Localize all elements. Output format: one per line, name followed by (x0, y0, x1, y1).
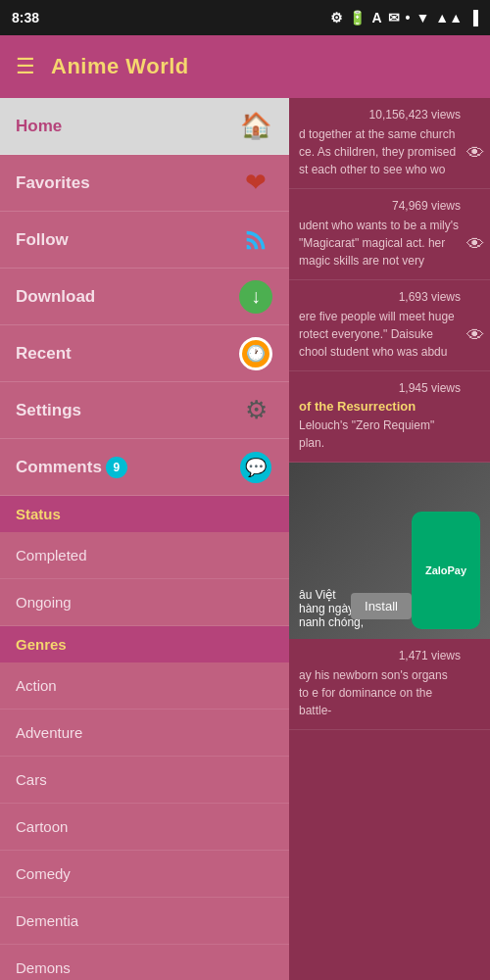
comment-icon: 💬 (238, 450, 273, 485)
install-button[interactable]: Install (351, 593, 412, 619)
eye-icon-1: 👁 (466, 234, 484, 255)
main-content: Home 🏠 Favorites ❤ Follow Download ↓ (0, 98, 490, 980)
desc-1: udent who wants to be a mily's "Magicara… (299, 217, 461, 270)
desc-0: d together at the same church ce. As chi… (299, 125, 461, 178)
sidebar-item-settings[interactable]: Settings ⚙ (0, 382, 289, 439)
follow-label: Follow (16, 230, 69, 250)
menu-button[interactable]: ☰ (16, 54, 35, 79)
cars-label: Cars (16, 771, 47, 788)
content-item-1[interactable]: 74,969 views udent who wants to be a mil… (289, 189, 490, 280)
content-item-3[interactable]: 1,945 views of the Resurrection Lelouch'… (289, 371, 490, 463)
cartoon-label: Cartoon (16, 818, 68, 835)
status-time-area: 8:38 (12, 10, 39, 25)
download-label: Download (16, 287, 95, 307)
sidebar-item-follow[interactable]: Follow (0, 212, 289, 269)
heart-icon: ❤ (238, 166, 273, 201)
sidebar-item-recent[interactable]: Recent 🕐 (0, 325, 289, 382)
status-icons-area: ⚙ 🔋 A ✉ • ▼ ▲▲ ▐ (330, 10, 478, 25)
dot-icon: • (406, 10, 411, 25)
status-bar: 8:38 ⚙ 🔋 A ✉ • ▼ ▲▲ ▐ (0, 0, 490, 35)
comments-label-area: Comments 9 (16, 457, 131, 478)
time-display: 8:38 (12, 10, 39, 25)
settings-label: Settings (16, 401, 81, 420)
demons-label: Demons (16, 959, 71, 976)
sim-icon: A (371, 10, 381, 25)
sidebar-item-download[interactable]: Download ↓ (0, 269, 289, 325)
settings-icon: ⚙ (330, 10, 343, 25)
comedy-label: Comedy (16, 865, 71, 882)
ad-block: âu Việt hàng ngày, nanh chóng, ZaloPay I… (289, 463, 490, 639)
content-item-0[interactable]: 10,156,423 views d together at the same … (289, 98, 490, 189)
genre-demons[interactable]: Demons (0, 945, 289, 980)
desc-3: Lelouch's "Zero Requiem" plan. (299, 416, 461, 452)
genre-action[interactable]: Action (0, 662, 289, 710)
eye-icon-2: 👁 (466, 325, 484, 346)
genre-cars[interactable]: Cars (0, 757, 289, 804)
content-item-2[interactable]: 1,693 views ere five people will meet hu… (289, 280, 490, 371)
adventure-label: Adventure (16, 724, 82, 741)
views-0: 10,156,423 views (299, 108, 461, 122)
app-bar: ☰ Anime World (0, 35, 490, 98)
email-icon: ✉ (388, 10, 400, 25)
recent-label: Recent (16, 344, 72, 364)
right-content: 10,156,423 views d together at the same … (289, 98, 490, 980)
genre-dementia[interactable]: Dementia (0, 898, 289, 945)
status-completed[interactable]: Completed (0, 532, 289, 579)
completed-label: Completed (16, 547, 87, 564)
genre-cartoon[interactable]: Cartoon (0, 804, 289, 851)
wifi-icon: ▼ (416, 10, 430, 25)
ad-app-name: ZaloPay (425, 564, 466, 577)
home-label: Home (16, 117, 62, 136)
desc-2: ere five people will meet huge rotect ev… (299, 308, 461, 361)
sidebar-item-favorites[interactable]: Favorites ❤ (0, 155, 289, 212)
views-1: 74,969 views (299, 199, 461, 213)
views-below-ad: 1,471 views (299, 649, 461, 662)
rss-icon (238, 222, 273, 258)
sidebar-item-comments[interactable]: Comments 9 💬 (0, 439, 289, 496)
house-icon: 🏠 (238, 109, 273, 144)
sidebar-item-home[interactable]: Home 🏠 (0, 98, 289, 155)
dementia-label: Dementia (16, 912, 78, 929)
favorites-label: Favorites (16, 173, 90, 193)
status-ongoing[interactable]: Ongoing (0, 579, 289, 626)
genre-comedy[interactable]: Comedy (0, 851, 289, 898)
comments-badge: 9 (106, 457, 127, 478)
eye-icon-0: 👁 (466, 143, 484, 164)
title-3: of the Resurrection (299, 399, 461, 414)
ongoing-label: Ongoing (16, 594, 72, 611)
content-item-below-ad[interactable]: 1,471 views ay his newborn son's organs … (289, 639, 490, 730)
ad-phone: ZaloPay (412, 512, 480, 629)
battery-icon: ▐ (468, 10, 478, 25)
clock-icon: 🕐 (238, 336, 273, 371)
comments-label: Comments (16, 458, 102, 477)
action-label: Action (16, 677, 57, 694)
signal-icon: ▲▲ (435, 10, 463, 25)
download-icon: ↓ (238, 279, 273, 315)
genre-adventure[interactable]: Adventure (0, 710, 289, 757)
status-section-header: Status (0, 496, 289, 532)
app-title: Anime World (51, 54, 189, 79)
sidebar: Home 🏠 Favorites ❤ Follow Download ↓ (0, 98, 289, 980)
views-3: 1,945 views (299, 381, 461, 395)
battery-saver-icon: 🔋 (349, 10, 366, 25)
gear-icon: ⚙ (238, 393, 273, 428)
views-2: 1,693 views (299, 290, 461, 304)
genres-section-header: Genres (0, 626, 289, 662)
desc-below-ad: ay his newborn son's organs to e for dom… (299, 666, 461, 719)
